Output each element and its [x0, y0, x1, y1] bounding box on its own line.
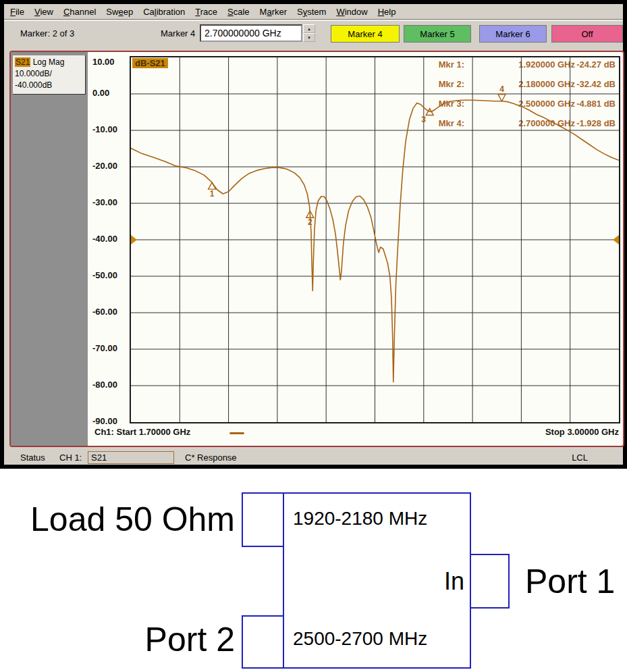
- lcl-status: LCL: [572, 453, 588, 463]
- menu-item-scale[interactable]: Scale: [227, 7, 250, 17]
- marker-5-button[interactable]: Marker 5: [404, 25, 471, 43]
- marker-2-number: 2: [308, 217, 312, 227]
- status-label: Status: [20, 453, 45, 463]
- port1-box: [470, 554, 510, 609]
- display-frame: S21 Log Mag 10.000dB/ -40.000dB dB-S21 1…: [9, 51, 624, 447]
- correction-status: C* Response: [185, 453, 237, 463]
- port2-box: [242, 615, 284, 669]
- port2-label: Port 2: [5, 620, 235, 659]
- y-axis-label: 10.00: [92, 57, 128, 68]
- marker-toolbar: Marker: 2 of 3 Marker 4 ▲ ▼ Marker 4Mark…: [4, 20, 623, 46]
- menu-item-calibration[interactable]: Calibration: [143, 7, 185, 17]
- menu-item-channel[interactable]: Channel: [63, 7, 96, 17]
- trace-color-swatch-icon: [229, 432, 244, 434]
- menu-item-window[interactable]: Window: [336, 7, 367, 17]
- trace-reference: -40.000dB: [15, 80, 83, 91]
- trace-format: Log Mag: [30, 57, 64, 67]
- menu-item-marker[interactable]: Marker: [260, 7, 287, 17]
- menu-item-system[interactable]: System: [297, 7, 326, 17]
- ref-level-left-arrow-icon: [131, 235, 137, 244]
- status-trace-field[interactable]: S21: [88, 451, 174, 464]
- menu-item-view[interactable]: View: [34, 7, 53, 17]
- channel-label: CH 1:: [59, 453, 82, 463]
- marker-value-input[interactable]: [200, 24, 302, 42]
- y-axis-label: -60.00: [92, 307, 128, 317]
- load-port-box: [242, 492, 284, 547]
- ref-level-right-arrow-icon: [613, 235, 619, 244]
- trace-info-box[interactable]: S21 Log Mag 10.000dB/ -40.000dB: [13, 55, 86, 95]
- y-axis-label: -10.00: [92, 124, 128, 135]
- plot-area: dB-S21 1234 Mkr 1:1.920000 GHz-24.27 dBM…: [130, 56, 620, 423]
- marker-6-button[interactable]: Marker 6: [479, 25, 547, 43]
- input-label: In: [378, 567, 464, 596]
- marker-1-number: 1: [210, 189, 215, 199]
- sweep-stop-label: Stop 3.00000 GHz: [545, 427, 619, 437]
- marker-field-label: Marker 4: [161, 28, 195, 38]
- trace-list-panel: S21 Log Mag 10.000dB/ -40.000dB: [11, 52, 88, 446]
- marker-value-spinner: ▲ ▼: [303, 24, 315, 42]
- spin-down-icon[interactable]: ▼: [303, 33, 315, 42]
- status-bar: Status CH 1: S21 C* Response LCL: [4, 451, 623, 465]
- port1-label: Port 1: [525, 562, 615, 601]
- menu-item-help[interactable]: Help: [378, 7, 396, 17]
- menu-item-sweep[interactable]: Sweep: [106, 7, 133, 17]
- trace-title-badge: dB-S21: [132, 58, 168, 68]
- marker-4-triangle-icon: [498, 95, 506, 101]
- active-trace-name: S21: [15, 57, 30, 67]
- off-button[interactable]: Off: [551, 25, 623, 43]
- menu-item-trace[interactable]: Trace: [195, 7, 217, 17]
- spin-up-icon[interactable]: ▲: [303, 24, 315, 33]
- sweep-start-label: Ch1: Start 1.70000 GHz: [94, 427, 190, 437]
- y-axis-label: -90.00: [92, 416, 128, 427]
- y-axis-label: -80.00: [92, 380, 128, 390]
- menu-item-file[interactable]: File: [10, 7, 24, 17]
- y-axis-label: -30.00: [92, 197, 128, 208]
- menu-bar: FileViewChannelSweepCalibrationTraceScal…: [4, 4, 623, 20]
- s21-trace-chart: 1234: [131, 57, 619, 422]
- marker-status-text: Marker: 2 of 3: [20, 28, 74, 38]
- marker-4-button[interactable]: Marker 4: [331, 25, 400, 43]
- vna-window: FileViewChannelSweepCalibrationTraceScal…: [0, 0, 627, 469]
- y-axis-label: -70.00: [92, 343, 128, 354]
- load-label: Load 50 Ohm: [5, 500, 235, 539]
- y-axis-label: -20.00: [92, 161, 128, 172]
- trace-scale: 10.000dB/: [15, 68, 83, 80]
- y-axis-label: -40.00: [92, 234, 128, 244]
- top-band-label: 1920-2180 MHz: [293, 508, 427, 529]
- bottom-band-label: 2500-2700 MHz: [293, 628, 427, 650]
- y-axis-label: 0.00: [92, 88, 128, 99]
- y-axis-label: -50.00: [92, 270, 128, 281]
- marker-4-number: 4: [499, 84, 504, 94]
- marker-3-number: 3: [421, 115, 426, 124]
